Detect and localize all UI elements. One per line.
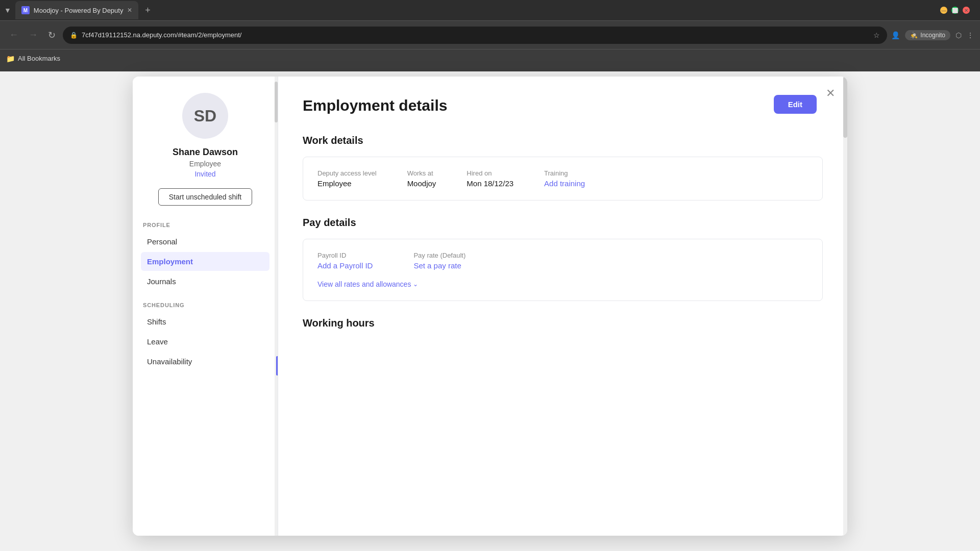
pay-details-card: Payroll ID Add a Payroll ID Pay rate (De… <box>303 239 823 301</box>
browser-chrome: ▼ M Moodjoy - Powered By Deputy ✕ + — ⬜ … <box>0 0 980 71</box>
sidebar-item-unavailability[interactable]: Unavailability <box>141 352 270 371</box>
right-scrollbar-thumb[interactable] <box>843 77 847 138</box>
bookmark-star-icon[interactable]: ☆ <box>873 31 880 39</box>
menu-icon[interactable]: ⋮ <box>967 31 974 39</box>
main-area: SD Shane Dawson Employee Invited Start u… <box>0 71 980 551</box>
bookmarks-bar: 📁 All Bookmarks <box>0 49 980 67</box>
work-details-card: Deputy access level Employee Works at Mo… <box>303 157 823 201</box>
sidebar-item-label-leave: Leave <box>147 337 168 346</box>
payroll-id-item: Payroll ID Add a Payroll ID <box>317 252 373 270</box>
add-training-link[interactable]: Add training <box>544 179 585 188</box>
detail-value-access: Employee <box>317 179 377 188</box>
nav-bar: ← → ↻ 🔒 7cf47d19112152.na.deputy.com/#te… <box>0 20 980 49</box>
minimize-button[interactable]: — <box>940 7 947 14</box>
detail-value-works-at: Moodjoy <box>407 179 436 188</box>
work-details-row: Deputy access level Employee Works at Mo… <box>317 169 808 188</box>
detail-hired-on: Hired on Mon 18/12/23 <box>467 169 513 188</box>
close-window-button[interactable]: ✕ <box>963 7 970 14</box>
extensions-icon[interactable]: ⬡ <box>955 31 962 39</box>
url-text: 7cf47d19112152.na.deputy.com/#team/2/emp… <box>82 31 869 39</box>
detail-label-works-at: Works at <box>407 169 436 177</box>
detail-label-access: Deputy access level <box>317 169 377 177</box>
payroll-id-label: Payroll ID <box>317 252 373 259</box>
page-title: Employment details <box>303 97 823 114</box>
working-hours-title: Working hours <box>303 317 823 329</box>
profile-section-label: PROFILE <box>141 222 270 228</box>
detail-label-hired: Hired on <box>467 169 513 177</box>
tab-close-button[interactable]: ✕ <box>127 7 132 14</box>
forward-button[interactable]: → <box>26 28 41 42</box>
modal-close-button[interactable]: ✕ <box>826 87 835 100</box>
tab-dropdown-icon[interactable]: ▼ <box>4 6 11 14</box>
add-payroll-id-link[interactable]: Add a Payroll ID <box>317 261 373 270</box>
address-bar[interactable]: 🔒 7cf47d19112152.na.deputy.com/#team/2/e… <box>63 27 887 44</box>
avatar: SD <box>182 93 228 139</box>
lock-icon: 🔒 <box>70 32 78 39</box>
right-content: ✕ Employment details Edit Work details D… <box>278 77 847 536</box>
sidebar-item-leave[interactable]: Leave <box>141 332 270 351</box>
pay-details-title: Pay details <box>303 217 823 229</box>
scheduling-section-label: SCHEDULING <box>141 302 270 308</box>
detail-label-training: Training <box>544 169 585 177</box>
tab-bar: ▼ M Moodjoy - Powered By Deputy ✕ + — ⬜ … <box>0 0 980 20</box>
start-shift-button[interactable]: Start unscheduled shift <box>158 188 252 206</box>
tab-favicon: M <box>21 6 30 14</box>
browser-tab[interactable]: M Moodjoy - Powered By Deputy ✕ <box>15 1 139 19</box>
detail-access-level: Deputy access level Employee <box>317 169 377 188</box>
sidebar-item-label-shifts: Shifts <box>147 317 166 326</box>
work-details-title: Work details <box>303 135 823 146</box>
detail-training: Training Add training <box>544 169 585 188</box>
employee-role: Employee <box>189 160 221 168</box>
nav-right-controls: 👤 🕵 Incognito ⬡ ⋮ <box>891 30 974 40</box>
sidebar-item-label-journals: Journals <box>147 277 176 286</box>
employee-status: Invited <box>194 170 215 178</box>
sidebar-item-personal[interactable]: Personal <box>141 232 270 251</box>
sidebar-scrollbar-thumb[interactable] <box>275 82 278 122</box>
sidebar-item-label-personal: Personal <box>147 237 177 246</box>
view-rates-link[interactable]: View all rates and allowances ⌄ <box>317 280 808 288</box>
view-rates-text: View all rates and allowances <box>317 280 411 288</box>
detail-value-hired: Mon 18/12/23 <box>467 179 513 188</box>
active-nav-indicator <box>276 356 278 375</box>
sidebar-item-shifts[interactable]: Shifts <box>141 312 270 331</box>
sidebar-scrollbar <box>275 77 278 536</box>
tab-label: Moodjoy - Powered By Deputy <box>34 7 124 14</box>
chevron-down-icon: ⌄ <box>413 281 418 288</box>
reload-button[interactable]: ↻ <box>45 28 59 43</box>
maximize-button[interactable]: ⬜ <box>951 7 959 14</box>
incognito-label: Incognito <box>920 32 945 39</box>
pay-rate-label: Pay rate (Default) <box>413 252 465 259</box>
right-scrollbar <box>843 77 847 536</box>
incognito-icon: 🕵 <box>910 32 918 39</box>
detail-works-at: Works at Moodjoy <box>407 169 436 188</box>
incognito-badge: 🕵 Incognito <box>905 30 950 40</box>
profile-icon[interactable]: 👤 <box>891 31 900 39</box>
bookmarks-folder-icon: 📁 <box>6 55 15 63</box>
back-button[interactable]: ← <box>6 28 21 42</box>
sidebar-item-journals[interactable]: Journals <box>141 272 270 291</box>
new-tab-button[interactable]: + <box>140 3 155 17</box>
bookmarks-label: All Bookmarks <box>18 55 60 62</box>
sidebar-item-label-unavailability: Unavailability <box>147 357 192 366</box>
edit-button[interactable]: Edit <box>774 95 817 114</box>
left-sidebar: SD Shane Dawson Employee Invited Start u… <box>133 77 278 536</box>
pay-rate-item: Pay rate (Default) Set a pay rate <box>413 252 465 270</box>
sidebar-item-label-employment: Employment <box>147 257 193 266</box>
employee-name: Shane Dawson <box>173 147 238 158</box>
set-pay-rate-link[interactable]: Set a pay rate <box>413 261 465 270</box>
pay-details-row: Payroll ID Add a Payroll ID Pay rate (De… <box>317 252 808 270</box>
sidebar-item-employment[interactable]: Employment <box>141 252 270 271</box>
modal-container: SD Shane Dawson Employee Invited Start u… <box>133 77 847 536</box>
window-controls: — ⬜ ✕ <box>940 7 976 14</box>
